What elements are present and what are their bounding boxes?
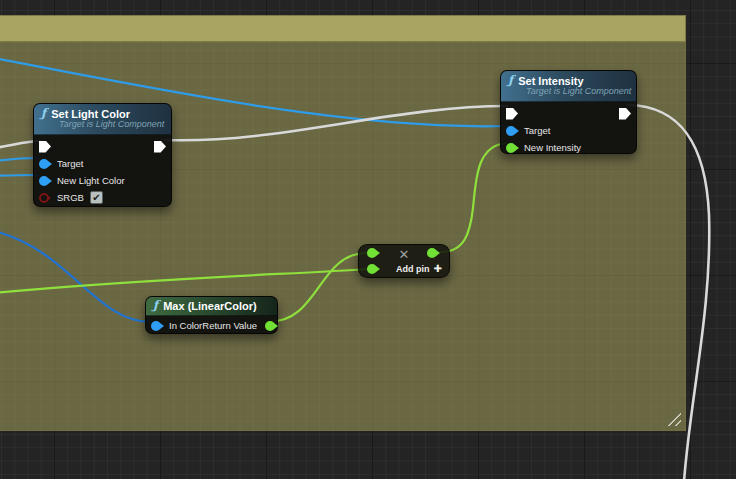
pin-label-return-value: Return Value [202, 320, 257, 331]
wire-exec-out-of-set-intensity[interactable] [628, 105, 709, 479]
plus-icon: ✚ [434, 263, 442, 274]
target-pin[interactable] [506, 126, 516, 136]
node-subtitle: Target is Light Component [526, 87, 628, 97]
multiply-input-pin-2[interactable] [367, 264, 377, 274]
return-value-pin[interactable] [265, 321, 275, 331]
new-intensity-pin[interactable] [506, 143, 516, 153]
node-set-intensity-header[interactable]: ƒ Set Intensity Target is Light Componen… [501, 71, 636, 102]
node-max-header[interactable]: ƒ Max (LinearColor) [146, 297, 277, 316]
node-title: Set Intensity [518, 75, 583, 87]
node-title: Set Light Color [51, 108, 130, 120]
in-color-pin[interactable] [151, 321, 161, 331]
srgb-checkbox[interactable]: ✔ [90, 191, 103, 204]
target-pin[interactable] [39, 159, 49, 169]
exec-out-pin[interactable] [154, 141, 166, 153]
node-title: Max (LinearColor) [163, 300, 257, 312]
add-pin-button[interactable]: Add pin ✚ [396, 263, 442, 274]
add-pin-label: Add pin [396, 264, 430, 274]
exec-out-pin[interactable] [619, 108, 631, 120]
pin-label-target: Target [57, 158, 83, 169]
exec-in-pin[interactable] [39, 141, 51, 153]
pin-label-new-intensity: New Intensity [524, 142, 581, 153]
pin-label-target: Target [524, 125, 550, 136]
srgb-pin[interactable] [39, 193, 49, 203]
function-icon: ƒ [41, 107, 46, 120]
node-set-light-color-header[interactable]: ƒ Set Light Color Target is Light Compon… [34, 104, 171, 135]
wire-green-multiply-to-new-intensity[interactable] [441, 143, 506, 252]
wire-exec-set-light-color-to-set-intensity[interactable] [165, 106, 507, 140]
function-icon: ƒ [508, 74, 513, 87]
pin-label-new-light-color: New Light Color [57, 175, 125, 186]
exec-in-pin[interactable] [506, 108, 518, 120]
new-light-color-pin[interactable] [39, 176, 49, 186]
multiply-operator-glyph: ✕ [359, 248, 449, 261]
node-set-intensity[interactable]: ƒ Set Intensity Target is Light Componen… [500, 70, 637, 154]
node-multiply[interactable]: ✕ Add pin ✚ [358, 244, 450, 278]
wire-green-to-multiply-input-2[interactable] [0, 269, 367, 293]
node-max-linearcolor[interactable]: ƒ Max (LinearColor) In Color Return Valu… [145, 296, 278, 334]
blueprint-graph-canvas[interactable]: ƒ Set Light Color Target is Light Compon… [0, 0, 736, 479]
pin-label-in-color: In Color [169, 320, 202, 331]
wire-blue-to-max-in-color[interactable] [0, 231, 151, 322]
node-set-light-color[interactable]: ƒ Set Light Color Target is Light Compon… [33, 103, 172, 207]
wire-green-max-to-multiply-input-1[interactable] [268, 253, 367, 322]
pin-label-srgb: SRGB [57, 192, 84, 203]
node-subtitle: Target is Light Component [59, 120, 163, 130]
function-icon: ƒ [153, 299, 158, 312]
